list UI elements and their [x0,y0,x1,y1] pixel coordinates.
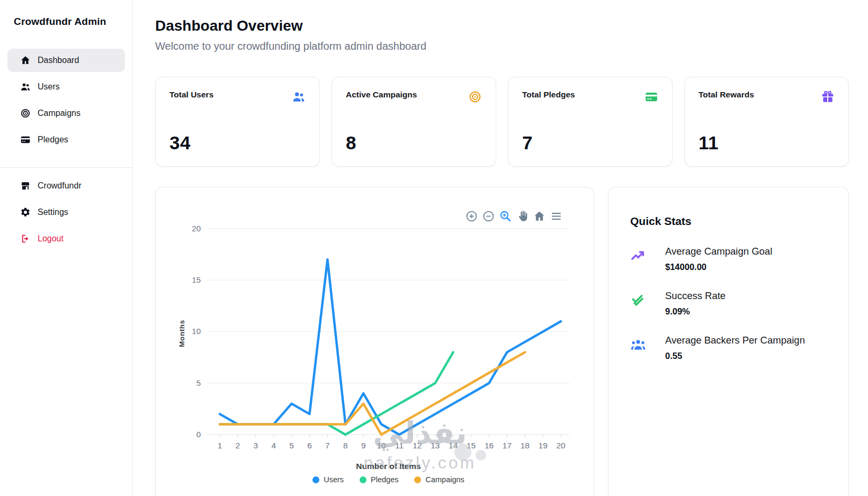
stat-card-total-users: Total Users 34 [155,77,320,167]
sidebar-item-logout[interactable]: Logout [7,227,125,250]
zoom-in-icon[interactable] [465,210,478,223]
legend-dot-pledges [360,476,366,483]
svg-text:13: 13 [431,441,440,450]
sidebar-nav-secondary: Crowdfundr Settings Logout [0,174,132,250]
home-reset-icon[interactable] [533,210,546,223]
page-title: Dashboard Overview [155,17,303,34]
stat-card-value: 8 [346,132,482,154]
svg-text:20: 20 [192,224,201,233]
svg-text:16: 16 [485,441,494,450]
sidebar-nav-primary: Dashboard Users Campaigns Pledges [0,49,132,151]
users-icon [20,82,31,92]
quick-stat-value: 0.55 [665,351,805,361]
svg-text:15: 15 [192,275,201,284]
legend-label: Campaigns [425,475,464,484]
svg-text:1: 1 [218,441,222,450]
quick-stat-avg-goal: Average Campaign Goal $14000.00 [630,246,827,272]
quick-stat-value: $14000.00 [665,262,772,272]
legend-label: Users [324,475,344,484]
sidebar-item-label: Logout [38,234,64,244]
brand-title: Crowdfundr Admin [0,0,132,28]
page-subtitle: Welcome to your crowdfunding platform ad… [155,40,426,52]
stat-card-total-pledges: Total Pledges 7 [508,77,673,167]
legend-item-pledges[interactable]: Pledges [360,475,398,484]
svg-text:11: 11 [395,441,404,450]
svg-text:6: 6 [307,441,312,450]
users-group-icon [630,337,646,353]
y-axis-title: Months [178,320,186,347]
svg-text:19: 19 [539,441,548,450]
stat-card-value: 11 [699,132,835,154]
sidebar-item-label: Pledges [38,135,68,145]
users-icon [292,90,306,104]
menu-icon[interactable] [550,210,563,223]
home-icon [20,55,31,66]
sidebar-item-label: Campaigns [38,109,80,118]
stat-cards-row: Total Users 34 Active Campaigns 8 Total … [155,77,849,164]
selection-zoom-icon[interactable] [499,210,512,223]
stat-card-label: Active Campaigns [346,90,417,100]
svg-text:8: 8 [343,441,348,450]
quick-stats-panel: Quick Stats Average Campaign Goal $14000… [608,187,849,496]
items-by-months-chart-card: 051015201234567891011121314151617181920M… [155,187,594,496]
svg-text:4: 4 [271,441,276,450]
svg-text:5: 5 [289,441,294,450]
sidebar-item-settings[interactable]: Settings [7,201,125,224]
svg-text:20: 20 [556,441,566,450]
sidebar-item-pledges[interactable]: Pledges [7,128,125,151]
pan-hand-icon[interactable] [516,210,529,223]
double-check-icon [630,292,646,308]
gift-icon [821,90,835,104]
svg-text:0: 0 [196,430,201,439]
chart-toolbar [465,210,563,223]
quick-stats-title: Quick Stats [630,215,827,228]
svg-text:10: 10 [192,327,201,336]
sidebar-item-label: Crowdfundr [38,181,82,191]
stat-card-active-campaigns: Active Campaigns 8 [332,77,496,167]
stat-card-value: 7 [522,132,658,154]
svg-text:9: 9 [361,441,366,450]
logout-icon [20,233,31,244]
sidebar-item-users[interactable]: Users [7,75,125,98]
sidebar-item-label: Dashboard [38,56,79,65]
trending-up-icon [630,248,646,264]
quick-stat-value: 9.09% [665,306,726,317]
svg-text:7: 7 [325,441,330,450]
quick-stat-label: Average Campaign Goal [665,246,772,257]
svg-text:18: 18 [521,441,530,450]
storefront-icon [20,181,31,191]
stat-card-value: 34 [169,132,306,154]
svg-text:3: 3 [253,441,258,450]
quick-stat-label: Success Rate [665,290,726,302]
line-chart: 051015201234567891011121314151617181920M… [156,187,595,496]
x-axis-title: Number of Items [356,462,420,471]
zoom-out-icon[interactable] [482,210,495,223]
sidebar-divider [0,167,132,168]
svg-text:15: 15 [467,441,476,450]
gear-icon [20,207,31,218]
quick-stat-label: Average Backers Per Campaign [665,335,805,346]
sidebar-item-dashboard[interactable]: Dashboard [7,49,125,72]
svg-text:2: 2 [236,441,240,450]
legend-dot-users [312,476,319,483]
stat-card-label: Total Users [169,90,213,100]
target-icon [20,108,31,119]
sidebar-item-campaigns[interactable]: Campaigns [7,102,125,125]
sidebar-item-crowdfundr[interactable]: Crowdfundr [7,174,125,197]
stat-card-total-rewards: Total Rewards 11 [684,77,849,167]
crowdfundr-admin-dashboard: Crowdfundr Admin Dashboard Users Campaig… [0,0,868,496]
target-icon [468,90,482,104]
legend-item-campaigns[interactable]: Campaigns [414,475,464,484]
legend-label: Pledges [371,475,398,484]
stat-card-label: Total Pledges [522,90,575,100]
svg-text:5: 5 [196,378,201,387]
legend-item-users[interactable]: Users [312,475,344,484]
quick-stat-success-rate: Success Rate 9.09% [630,290,827,317]
credit-card-icon [645,90,658,104]
svg-text:17: 17 [503,441,512,450]
chart-legend: Users Pledges Campaigns [207,475,570,484]
sidebar: Crowdfundr Admin Dashboard Users Campaig… [0,0,133,496]
stat-card-label: Total Rewards [699,90,754,100]
credit-card-icon [20,134,31,145]
legend-dot-campaigns [414,476,421,483]
